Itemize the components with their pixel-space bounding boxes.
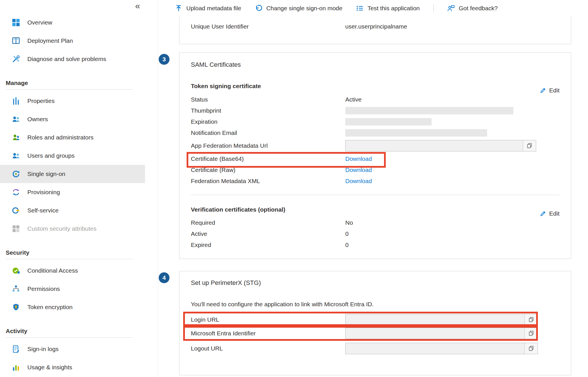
people-icon (12, 115, 20, 123)
edit-label: Edit (549, 87, 560, 94)
sidebar-item-label: Properties (27, 98, 55, 104)
sidebar-section-manage: Manage (6, 80, 158, 86)
download-base64-link[interactable]: Download (345, 155, 372, 162)
login-url-row: Login URL (191, 314, 560, 325)
collapse-sidebar-button[interactable]: « (135, 1, 140, 10)
test-application-button[interactable]: Test this application (356, 5, 420, 12)
sidebar-item-label: Token encryption (27, 304, 73, 311)
redacted-expiration-value (345, 118, 432, 125)
sidebar-section-security: Security (6, 249, 158, 256)
permissions-orgchart-icon (12, 285, 20, 293)
self-service-icon (12, 206, 20, 214)
row-label: Notification Email (191, 129, 345, 136)
entra-identifier-field[interactable] (345, 328, 538, 339)
required-row: Required No (191, 217, 560, 228)
copy-button[interactable] (524, 343, 538, 354)
sidebar-item-deployment-plan[interactable]: Deployment Plan (0, 32, 145, 50)
sidebar-item-properties[interactable]: Properties (0, 92, 145, 110)
document-log-icon (12, 345, 20, 353)
certificate-base64-row: Certificate (Base64) Download (191, 153, 560, 164)
thumbprint-row: Thumbprint (191, 105, 560, 116)
logout-url-field[interactable] (345, 343, 538, 354)
edit-label: Edit (549, 210, 560, 217)
token-signing-title: Token signing certificate (191, 82, 560, 90)
sidebar-item-token-encryption[interactable]: Token encryption (0, 298, 145, 316)
setup-card-description: You'll need to configure the application… (191, 301, 374, 308)
row-label: Federation Metadata XML (191, 178, 345, 185)
single-sign-on-icon (12, 170, 20, 178)
sidebar-divider (6, 89, 133, 90)
active-count-row: Active 0 (191, 228, 560, 239)
download-raw-link[interactable]: Download (345, 167, 372, 173)
attribute-value: user.userprincipalname (345, 23, 560, 30)
overview-grid-icon (12, 19, 20, 27)
saml-card-title: SAML Certificates (191, 61, 560, 69)
sidebar-item-diagnose[interactable]: Diagnose and solve problems (0, 50, 145, 68)
users-icon (12, 152, 20, 160)
sidebar-item-roles-administrators[interactable]: Roles and administrators (0, 128, 145, 147)
copy-button[interactable] (523, 140, 536, 151)
row-label: Required (191, 219, 345, 226)
bar-chart-icon (12, 363, 20, 371)
login-url-field[interactable] (345, 314, 538, 325)
sidebar-item-label: Roles and administrators (27, 134, 93, 141)
sidebar-item-label: Permissions (27, 285, 60, 292)
row-label: Certificate (Raw) (191, 167, 345, 173)
toolbar-label: Test this application (368, 5, 420, 12)
step-4-badge: 4 (159, 272, 170, 283)
metadata-url-field[interactable] (345, 140, 536, 151)
sidebar-item-label: Self-service (27, 207, 59, 214)
sidebar-item-owners[interactable]: Owners (0, 110, 145, 128)
step-3-badge: 3 (159, 54, 170, 65)
pencil-icon (540, 210, 546, 217)
toolbar-label: Got feedback? (459, 5, 498, 12)
book-icon (12, 37, 20, 45)
sidebar-item-usage-insights[interactable]: Usage & insights (0, 358, 145, 376)
attribute-row: Unique User Identifier user.userprincipa… (191, 21, 560, 32)
copy-button[interactable] (524, 328, 538, 339)
sidebar-item-label: Owners (27, 116, 48, 123)
row-label: Microsoft Entra Identifier (191, 330, 345, 337)
download-xml-link[interactable]: Download (345, 178, 372, 185)
sidebar-item-label: Provisioning (27, 189, 60, 196)
sidebar-item-permissions[interactable]: Permissions (0, 280, 145, 298)
setup-card: Set up PerimeterX (STG) You'll need to c… (179, 271, 571, 375)
upload-metadata-file-button[interactable]: Upload metadata file (175, 5, 241, 12)
sidebar-item-overview[interactable]: Overview (0, 13, 145, 32)
saml-certificates-card: SAML Certificates Token signing certific… (179, 52, 571, 259)
sidebar-item-users-groups[interactable]: Users and groups (0, 147, 145, 165)
provisioning-sync-icon (12, 188, 20, 196)
row-label: Thumbprint (191, 107, 345, 114)
edit-verification-button[interactable]: Edit (540, 210, 560, 217)
toolbar-label: Upload metadata file (186, 5, 241, 12)
card-divider (191, 195, 560, 195)
federation-metadata-xml-row: Federation Metadata XML Download (191, 175, 560, 187)
toolbar-label: Change single sign-on mode (266, 5, 342, 12)
redacted-thumbprint-value (345, 107, 513, 114)
sidebar-item-provisioning[interactable]: Provisioning (0, 183, 145, 201)
shield-icon (12, 303, 20, 311)
setup-card-title: Set up PerimeterX (STG) (191, 279, 261, 287)
status-row: Status Active (191, 94, 560, 105)
sidebar-item-label: Overview (27, 19, 52, 26)
copy-button[interactable] (524, 314, 538, 325)
sidebar-item-conditional-access[interactable]: Conditional Access (0, 262, 145, 280)
status-value: Active (345, 96, 560, 103)
entra-identifier-row: Microsoft Entra Identifier (191, 328, 560, 339)
redacted-email-value (345, 129, 487, 137)
expiration-row: Expiration (191, 116, 560, 127)
required-value: No (345, 219, 560, 226)
sidebar-item-custom-security-attributes[interactable]: Custom security attributes (0, 220, 145, 238)
sidebar-section-activity: Activity (6, 328, 158, 335)
pencil-icon (540, 87, 546, 94)
sidebar-item-self-service[interactable]: Self-service (0, 201, 145, 220)
edit-token-signing-button[interactable]: Edit (540, 87, 560, 94)
sidebar-item-sign-in-logs[interactable]: Sign-in logs (0, 340, 145, 358)
logout-url-row: Logout URL (191, 343, 560, 354)
got-feedback-button[interactable]: Got feedback? (447, 5, 498, 12)
notification-email-row: Notification Email (191, 127, 560, 138)
change-sso-mode-button[interactable]: Change single sign-on mode (255, 5, 342, 12)
row-label: Login URL (191, 316, 345, 323)
sidebar-item-single-sign-on[interactable]: Single sign-on (0, 165, 145, 183)
row-label: App Federation Metadata Url (191, 142, 345, 149)
